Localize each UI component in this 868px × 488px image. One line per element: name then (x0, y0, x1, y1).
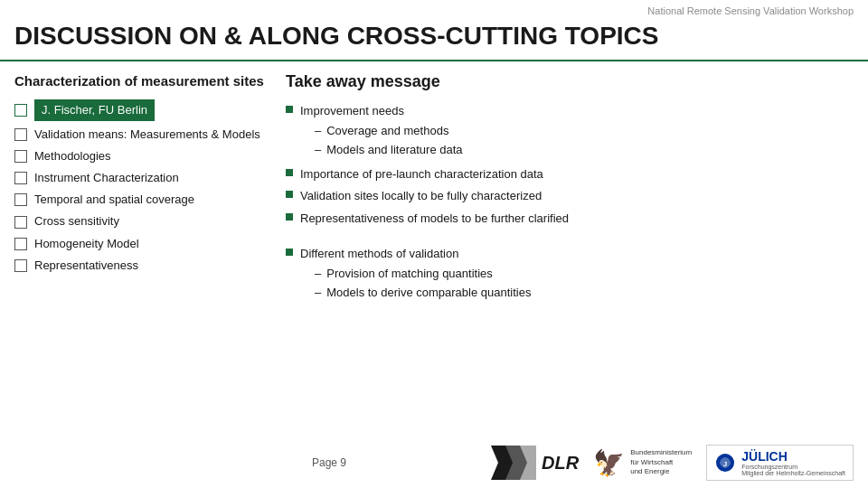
menu-label-cross: Cross sensitivity (34, 213, 119, 230)
sub-bullet-0-1: Models and literature data (315, 141, 463, 159)
menu-item-representativeness[interactable]: Representativeness (14, 258, 268, 274)
menu-item-instrument[interactable]: Instrument Characterization (14, 170, 268, 186)
menu-item-validation[interactable]: Validation means: Measurements & Models (14, 127, 268, 143)
bullet-text-3: Representativeness of models to be furth… (300, 211, 569, 225)
bm-text: Bundesministerium für Wirtschaft und Ene… (630, 448, 692, 476)
sub-bullet2-list-0: Provision of matching quantitiesModels t… (315, 265, 531, 302)
menu-list: J. Fischer, FU BerlinValidation means: M… (14, 99, 268, 275)
bullet-text-0: Improvement needs (300, 104, 404, 117)
take-away-title: Take away message (286, 72, 854, 91)
bm-logo: 🦅 Bundesministerium für Wirtschaft und E… (593, 448, 692, 478)
menu-label-instrument: Instrument Characterization (34, 170, 179, 186)
bullet-square-3 (286, 213, 293, 221)
bullet-content-3: Representativeness of models to be furth… (300, 210, 569, 228)
juelich-sub-text: Forschungszentrum (741, 464, 845, 470)
checkbox-methodologies[interactable] (14, 150, 27, 163)
main-title: DISCUSSION ON & ALONG CROSS-CUTTING TOPI… (0, 18, 868, 61)
checkbox-representativeness[interactable] (14, 259, 27, 272)
workshop-title: National Remote Sensing Validation Works… (0, 0, 868, 18)
bullet-item-3: Representativeness of models to be furth… (286, 210, 854, 228)
menu-item-cross[interactable]: Cross sensitivity (14, 213, 268, 230)
left-section-title: Characterization of measurement sites (14, 72, 268, 90)
menu-label-temporal: Temporal and spatial coverage (34, 192, 194, 208)
bullet2-content-0: Different methods of validationProvision… (300, 245, 531, 304)
bullet-text-2: Validation sites locally to be fully cha… (300, 189, 542, 202)
checkbox-temporal[interactable] (14, 193, 27, 206)
menu-label-validation: Validation means: Measurements & Models (34, 127, 260, 143)
sub-bullet-list-0: Coverage and methodsModels and literatur… (315, 122, 463, 159)
checkbox-instrument[interactable] (14, 172, 27, 184)
bullet2-item-0: Different methods of validationProvision… (286, 245, 854, 304)
bullet-text-1: Importance of pre-launch characterizatio… (300, 167, 543, 181)
sub-bullet-0-0: Coverage and methods (315, 122, 463, 140)
bullet-spacer (286, 231, 854, 240)
dlr-icon (491, 446, 538, 480)
page-number: Page 9 (224, 456, 434, 469)
bullet-square-2 (286, 191, 293, 198)
menu-item-homogeneity[interactable]: Homogeneity Model (14, 236, 268, 252)
menu-item-temporal[interactable]: Temporal and spatial coverage (14, 192, 268, 208)
menu-label-homogeneity: Homogeneity Model (34, 236, 139, 252)
dlr-text: DLR (542, 453, 579, 474)
bullet-item-0: Improvement needsCoverage and methodsMod… (286, 102, 854, 161)
menu-item-methodologies[interactable]: Methodologies (14, 148, 268, 164)
sub-bullet2-0-0: Provision of matching quantities (315, 265, 531, 283)
menu-label-representativeness: Representativeness (34, 258, 138, 274)
juelich-sub2-text: Mitglied der Helmholtz-Gemeinschaft (741, 470, 845, 476)
menu-item-j-fischer[interactable]: J. Fischer, FU Berlin (14, 99, 268, 121)
sub-bullet2-0-1: Models to derive comparable quantities (315, 284, 531, 302)
checkbox-cross[interactable] (14, 216, 27, 229)
juelich-logo: J JÜLICH Forschungszentrum Mitglied der … (706, 445, 854, 481)
juelich-text-block: JÜLICH Forschungszentrum Mitglied der He… (741, 449, 845, 476)
bullet-item-2: Validation sites locally to be fully cha… (286, 187, 854, 205)
svg-text:J: J (723, 460, 727, 468)
checkbox-validation[interactable] (14, 128, 27, 141)
bm-eagle-icon: 🦅 (593, 448, 625, 478)
footer: Page 9 DLR 🦅 Bundesministerium für Wirts… (0, 445, 868, 481)
logo-area: DLR 🦅 Bundesministerium für Wirtschaft u… (434, 445, 854, 481)
checkbox-homogeneity[interactable] (14, 238, 27, 250)
juelich-icon-svg: J (714, 452, 736, 474)
bullet-content-1: Importance of pre-launch characterizatio… (300, 165, 543, 183)
checkbox-j-fischer[interactable] (14, 104, 27, 117)
bullet-square-0 (286, 106, 293, 113)
left-panel: Characterization of measurement sites J.… (14, 72, 268, 308)
menu-label-j-fischer: J. Fischer, FU Berlin (34, 99, 155, 121)
right-panel: Take away message Improvement needsCover… (286, 72, 854, 308)
bullet-item-1: Importance of pre-launch characterizatio… (286, 165, 854, 183)
bullet-square-1 (286, 169, 293, 176)
menu-label-methodologies: Methodologies (34, 148, 111, 164)
bullet2-text-0: Different methods of validation (300, 247, 458, 260)
juelich-main-text: JÜLICH (741, 449, 845, 464)
bullet-content-0: Improvement needsCoverage and methodsMod… (300, 102, 463, 161)
bullet-list-1: Improvement needsCoverage and methodsMod… (286, 102, 854, 304)
dlr-logo: DLR (491, 446, 579, 480)
bullet2-square-0 (286, 249, 293, 256)
bullet-content-2: Validation sites locally to be fully cha… (300, 187, 542, 205)
